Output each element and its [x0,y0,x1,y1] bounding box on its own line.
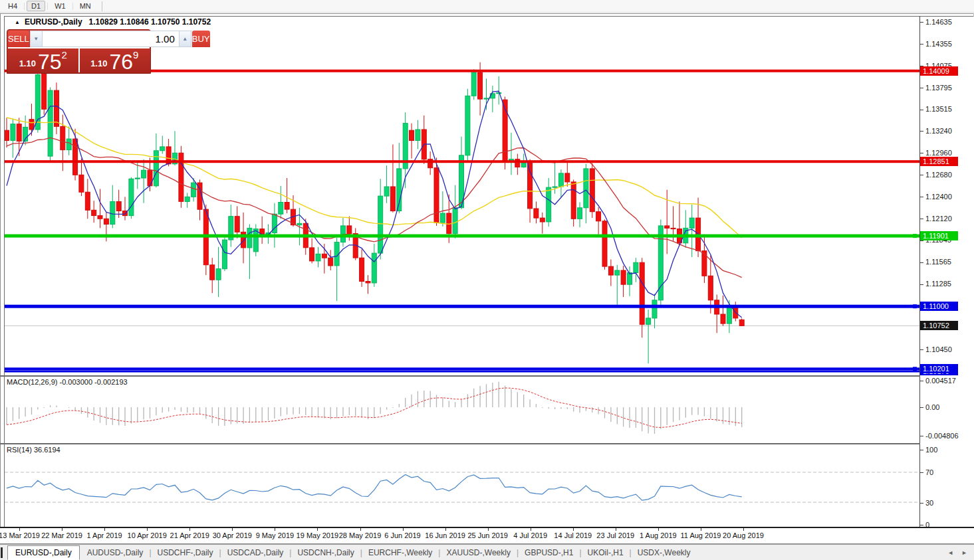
sell-price-display[interactable]: 1.10 75 2 [8,48,78,72]
macd-label: MACD(12,26,9) -0.003000 -0.002193 [7,378,128,386]
candle [92,210,96,215]
candle [708,276,713,300]
candle [347,226,352,234]
timeframe-h4-button[interactable]: H4 [3,1,22,11]
candle [640,262,644,324]
buy-button[interactable]: BUY [192,31,210,47]
date-tick [403,528,404,531]
timeframe-d1-button[interactable]: D1 [27,1,45,11]
level-price-label: 1.14009 [920,66,958,76]
tab-ukoil-h1[interactable]: UKOil-,H1 [582,546,630,559]
candle [66,139,71,150]
date-label: 30 Apr 2019 [213,531,252,539]
volume-decrease-icon[interactable]: ▼ [31,31,43,47]
line-handle[interactable] [913,234,917,238]
timeframe-mn-button[interactable]: MN [75,1,96,11]
candle [721,314,725,324]
candle [17,124,21,141]
date-tick [317,528,318,531]
chart-tab-bar: EURUSD-,DailyAUDUSD-,Daily|USDCHF-,Daily… [0,544,974,560]
timeframe-w1-button[interactable]: W1 [50,1,70,11]
line-handle[interactable] [913,367,917,371]
tab-xauusd-weekly[interactable]: XAUUSD-,Weekly [440,546,516,559]
volume-input[interactable] [43,31,179,47]
candle [135,178,140,179]
macd-panel[interactable]: MACD(12,26,9) -0.003000 -0.002193 [5,377,919,443]
tab-usdcnh-daily[interactable]: USDCNH-,Daily [291,546,360,559]
candle [85,192,90,210]
tab-usdx-weekly[interactable]: USDX-,Weekly [632,546,697,559]
tab-bar-grip [1,547,3,558]
sma-slow-line [7,118,742,238]
candle [634,262,638,272]
price-tick: 1.14355 [920,40,952,48]
tab-audusd-daily[interactable]: AUDUSD-,Daily [81,546,150,559]
candle [410,130,414,140]
tab-eurusd-daily[interactable]: EURUSD-,Daily [7,545,80,560]
date-tick [743,528,744,531]
candle [484,98,489,99]
tab-scroll-left-icon[interactable]: ◄ [947,549,953,556]
rsi-panel[interactable]: RSI(14) 36.6194 [5,444,919,527]
date-tick [701,528,701,531]
horizontal-level-line[interactable] [5,305,919,308]
toolbar-separator [102,1,102,11]
candle [497,93,501,94]
candlestick-series [5,62,744,364]
candle [79,175,84,192]
tab-gbpusd-h1[interactable]: GBPUSD-,H1 [519,546,579,559]
sell-button[interactable]: SELL [8,31,29,47]
date-label: 1 Aug 2019 [640,531,677,539]
horizontal-level-line[interactable] [5,234,919,238]
candle [55,90,59,126]
horizontal-level-line[interactable] [5,367,919,370]
candle [48,90,53,156]
date-tick [573,528,574,531]
candle [322,254,326,258]
candle [453,208,457,234]
price-axis[interactable]: 1.146351.143551.140751.137951.135151.132… [920,17,974,527]
collapse-panel-icon[interactable]: ▲ [15,19,20,25]
date-label: 21 Apr 2019 [170,531,209,539]
candle [378,196,383,253]
macd-histogram [7,382,742,434]
price-tick: 1.12400 [920,193,952,201]
candle [584,169,588,208]
sell-price-small: 1.10 [19,58,36,72]
candle [285,203,289,210]
date-tick [616,528,616,531]
toolbar-separator [72,3,73,10]
price-tick: 1.12120 [920,215,952,223]
date-label: 13 Mar 2019 [0,531,40,539]
candle [310,248,314,261]
tab-usdcad-daily[interactable]: USDCAD-,Daily [221,546,290,559]
tab-usdchf-daily[interactable]: USDCHF-,Daily [152,546,219,559]
horizontal-level-line[interactable] [5,160,919,163]
buy-price-display[interactable]: 1.10 76 9 [80,48,150,72]
volume-increase-icon[interactable]: ▲ [179,31,191,47]
candle [621,270,626,284]
macd-axis-label: 0.004517 [920,377,956,385]
horizontal-level-line[interactable] [5,371,919,373]
line-handle[interactable] [913,304,917,308]
chart-title: ▲ EURUSD-,Daily 1.10829 1.10846 1.10750 … [15,17,211,27]
date-label: 20 Aug 2019 [723,531,764,539]
tab-eurchf-weekly[interactable]: EURCHF-,Weekly [362,546,438,559]
date-label: 6 Jun 2019 [384,531,420,539]
date-axis[interactable]: 13 Mar 201922 Mar 20191 Apr 201910 Apr 2… [0,528,974,543]
date-label: 23 Jul 2019 [596,531,634,539]
rsi-line [7,475,742,501]
candle [279,203,283,215]
tab-scroll-right-icon[interactable]: ► [961,549,967,556]
volume-field-group: ▼ ▲ [30,31,191,47]
price-tick: 1.12680 [920,171,952,179]
candle [148,170,152,186]
candle [689,218,694,228]
current-price-label: 1.10752 [920,321,958,330]
candle [42,72,47,110]
level-price-label: 1.11901 [920,231,958,240]
candle [61,126,65,149]
candle [366,282,370,283]
candle [608,266,613,275]
candle [11,124,15,141]
